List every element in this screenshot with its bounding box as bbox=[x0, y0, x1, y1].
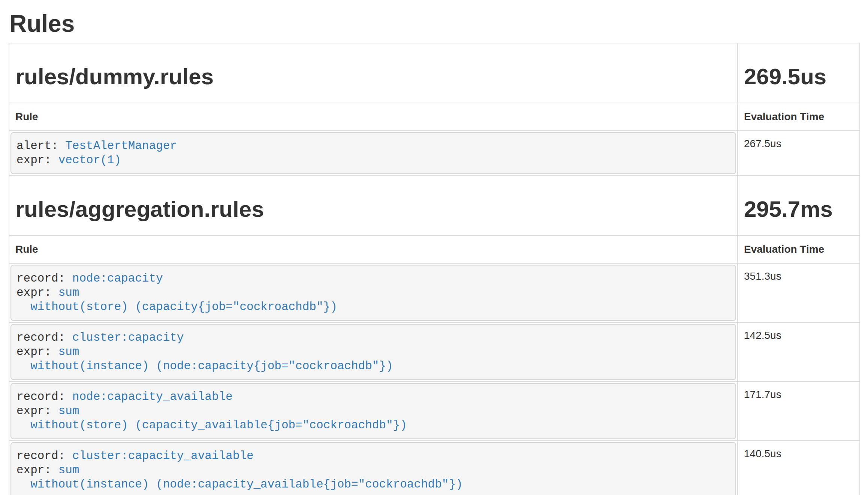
rules-table: rules/dummy.rules 269.5us Rule Evaluatio… bbox=[9, 43, 860, 495]
rule-pre: alert: TestAlertManager expr: vector(1) bbox=[10, 132, 736, 174]
page-title: Rules bbox=[9, 10, 859, 37]
rule-key-label: record: bbox=[16, 390, 72, 403]
rule-pre: record: cluster:capacity_available expr:… bbox=[10, 442, 736, 495]
rule-cell: record: node:capacity expr: sum without(… bbox=[9, 263, 738, 322]
rule-key-label: expr: bbox=[16, 154, 58, 167]
rule-row: record: cluster:capacity expr: sum witho… bbox=[9, 322, 860, 382]
group-file-name: rules/dummy.rules bbox=[15, 64, 731, 89]
eval-time-value: 267.5us bbox=[738, 131, 860, 176]
rule-key-label: record: bbox=[16, 449, 72, 462]
rule-key-label: expr: bbox=[16, 464, 58, 477]
eval-time-value: 351.3us bbox=[738, 263, 860, 322]
rule-row: record: cluster:capacity_available expr:… bbox=[9, 441, 860, 495]
alert-name-link[interactable]: TestAlertManager bbox=[65, 139, 177, 152]
record-name-link[interactable]: cluster:capacity_available bbox=[72, 449, 254, 462]
record-name-link[interactable]: node:capacity_available bbox=[72, 390, 233, 403]
expr-link[interactable]: sum without(instance) (node:capacity{job… bbox=[16, 345, 393, 373]
rule-key-label: alert: bbox=[16, 139, 65, 152]
rule-key-label: record: bbox=[16, 272, 72, 285]
rule-cell: record: node:capacity_available expr: su… bbox=[9, 382, 738, 441]
group-eval-time: 295.7ms bbox=[744, 197, 853, 222]
expr-link[interactable]: sum without(store) (capacity_available{j… bbox=[16, 404, 407, 432]
record-name-link[interactable]: node:capacity bbox=[72, 272, 163, 285]
group-header-row: rules/dummy.rules 269.5us bbox=[9, 43, 860, 103]
group-time-cell: 295.7ms bbox=[738, 176, 860, 236]
rule-cell: record: cluster:capacity_available expr:… bbox=[9, 441, 738, 495]
eval-time-value: 171.7us bbox=[738, 382, 860, 441]
rule-key-label: record: bbox=[16, 331, 72, 344]
column-header-row: Rule Evaluation Time bbox=[9, 236, 860, 263]
col-header-eval-time: Evaluation Time bbox=[738, 103, 860, 131]
group-name-cell: rules/aggregation.rules bbox=[9, 176, 738, 236]
rule-cell: alert: TestAlertManager expr: vector(1) bbox=[9, 131, 738, 176]
col-header-rule: Rule bbox=[9, 236, 738, 263]
group-time-cell: 269.5us bbox=[738, 43, 860, 103]
rule-pre: record: node:capacity_available expr: su… bbox=[10, 383, 736, 439]
eval-time-value: 140.5us bbox=[738, 441, 860, 495]
expr-link[interactable]: sum without(store) (capacity{job="cockro… bbox=[16, 286, 337, 313]
group-eval-time: 269.5us bbox=[744, 64, 853, 89]
group-name-cell: rules/dummy.rules bbox=[9, 43, 738, 103]
group-file-name: rules/aggregation.rules bbox=[15, 197, 731, 222]
expr-link[interactable]: vector(1) bbox=[58, 154, 121, 167]
rule-cell: record: cluster:capacity expr: sum witho… bbox=[9, 322, 738, 382]
col-header-eval-time: Evaluation Time bbox=[738, 236, 860, 263]
column-header-row: Rule Evaluation Time bbox=[9, 103, 860, 131]
page-container: Rules rules/dummy.rules 269.5us Rule Eva… bbox=[0, 10, 868, 495]
rule-row: alert: TestAlertManager expr: vector(1) … bbox=[9, 131, 860, 176]
rule-key-label: expr: bbox=[16, 286, 58, 299]
rule-row: record: node:capacity_available expr: su… bbox=[9, 382, 860, 441]
group-header-row: rules/aggregation.rules 295.7ms bbox=[9, 176, 860, 236]
rule-key-label: expr: bbox=[16, 345, 58, 358]
rule-pre: record: cluster:capacity expr: sum witho… bbox=[10, 324, 736, 380]
expr-link[interactable]: sum without(instance) (node:capacity_ava… bbox=[16, 464, 463, 491]
eval-time-value: 142.5us bbox=[738, 322, 860, 382]
record-name-link[interactable]: cluster:capacity bbox=[72, 331, 184, 344]
rule-pre: record: node:capacity expr: sum without(… bbox=[10, 265, 736, 321]
rule-row: record: node:capacity expr: sum without(… bbox=[9, 263, 860, 322]
rule-key-label: expr: bbox=[16, 404, 58, 417]
col-header-rule: Rule bbox=[9, 103, 738, 131]
